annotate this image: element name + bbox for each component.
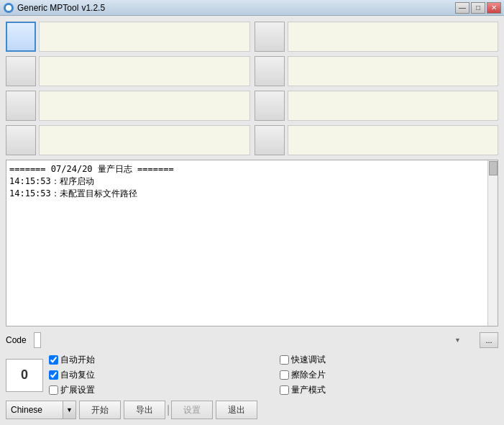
app-title: Generic MPTool [17,3,78,13]
device-field-5 [288,22,499,52]
checkbox-label-0: 自动开始 [60,354,95,366]
device-row-1 [6,22,250,52]
checkbox-item-3[interactable]: 擦除全片 [280,369,499,381]
checkbox-input-5[interactable] [280,385,289,395]
checkbox-item-0[interactable]: 自动开始 [49,354,268,366]
exit-button[interactable]: 退出 [216,401,257,419]
log-line: ======= 07/24/20 量产日志 ======= [9,163,485,175]
maximize-button[interactable]: □ [471,2,485,14]
log-scrollbar-thumb[interactable] [489,161,498,175]
code-browse-button[interactable]: ... [480,332,498,348]
device-row-8 [255,125,499,155]
app-version: v1.2.5 [81,3,105,13]
device-row-5 [255,22,499,52]
bottom-controls: 0 自动开始快速调试自动复位擦除全片扩展设置量产模式 [6,354,498,396]
device-field-8 [288,125,499,155]
language-dropdown-icon[interactable]: ▼ [63,401,76,419]
device-button-1[interactable] [6,22,36,52]
checkbox-input-4[interactable] [49,385,58,395]
device-row-4 [6,125,250,155]
device-row-3 [6,91,250,121]
device-button-5[interactable] [255,22,285,52]
checkbox-input-0[interactable] [49,355,58,365]
device-field-6 [288,56,499,86]
checkbox-input-1[interactable] [280,355,289,365]
log-line: 14:15:53：未配置目标文件路径 [9,188,485,200]
code-row: Code ... [6,331,498,349]
checkbox-label-1: 快速调试 [291,354,326,366]
export-button[interactable]: 导出 [124,401,165,419]
close-button[interactable]: ✕ [487,2,501,14]
device-row-6 [255,56,499,86]
checkbox-label-3: 擦除全片 [291,369,326,381]
log-content: ======= 07/24/20 量产日志 =======14:15:53：程序… [9,163,485,200]
device-row-2 [6,56,250,86]
counter-box: 0 [6,359,43,392]
main-content: ======= 07/24/20 量产日志 =======14:15:53：程序… [0,16,504,425]
title-controls: — □ ✕ [455,2,501,14]
device-button-6[interactable] [255,56,285,86]
device-field-1 [39,22,250,52]
action-buttons: Chinese English ▼ 开始 导出 | 设置 退出 [6,401,498,419]
device-field-4 [39,125,250,155]
svg-point-1 [6,5,12,11]
device-field-3 [39,91,250,121]
device-row-7 [255,91,499,121]
checkbox-label-4: 扩展设置 [60,384,95,396]
device-button-7[interactable] [255,91,285,121]
device-button-2[interactable] [6,56,36,86]
checkbox-label-2: 自动复位 [60,369,95,381]
checkbox-input-3[interactable] [280,370,289,380]
log-scrollbar[interactable] [487,160,498,326]
log-line: 14:15:53：程序启动 [9,175,485,188]
checkboxes: 自动开始快速调试自动复位擦除全片扩展设置量产模式 [49,354,498,396]
counter-value: 0 [21,367,28,383]
device-button-3[interactable] [6,91,36,121]
settings-button[interactable]: 设置 [171,401,213,419]
log-area: ======= 07/24/20 量产日志 =======14:15:53：程序… [6,160,498,326]
app-icon [3,2,14,14]
title-bar: Generic MPTool v1.2.5 — □ ✕ [0,0,504,16]
code-select[interactable] [34,332,41,348]
language-selector: Chinese English ▼ [6,401,76,419]
device-grid [6,22,498,155]
code-label: Code [6,335,31,345]
checkbox-item-2[interactable]: 自动复位 [49,369,268,381]
start-button[interactable]: 开始 [79,401,121,419]
minimize-button[interactable]: — [455,2,469,14]
checkbox-input-2[interactable] [49,370,58,380]
code-select-wrapper [34,332,477,348]
language-select[interactable]: Chinese English [6,401,63,419]
device-field-7 [288,91,499,121]
button-divider: | [167,403,170,416]
checkbox-item-1[interactable]: 快速调试 [280,354,499,366]
checkbox-item-5[interactable]: 量产模式 [280,384,499,396]
device-button-8[interactable] [255,125,285,155]
device-button-4[interactable] [6,125,36,155]
checkbox-label-5: 量产模式 [291,384,326,396]
device-field-2 [39,56,250,86]
checkbox-item-4[interactable]: 扩展设置 [49,384,268,396]
